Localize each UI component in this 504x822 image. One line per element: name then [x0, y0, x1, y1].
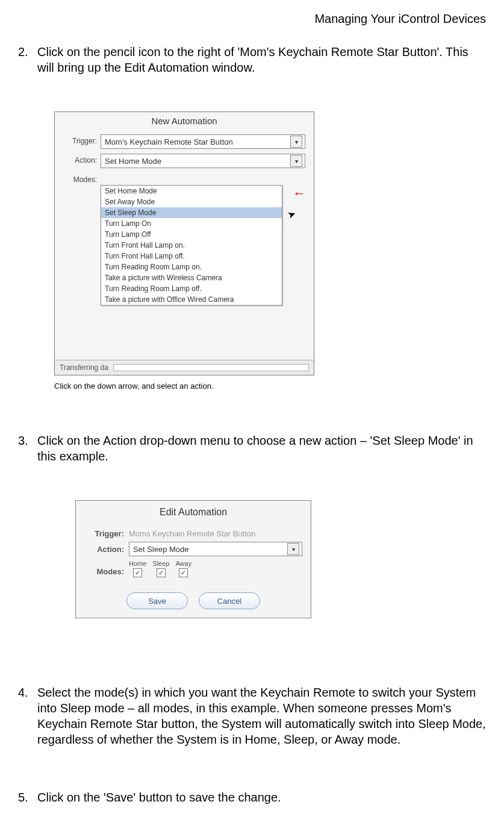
button-row: Save Cancel — [76, 592, 311, 609]
edit-automation-title: Edit Automation — [76, 501, 311, 527]
step-4: 4. Select the mode(s) in which you want … — [18, 685, 486, 747]
edit-trigger-label: Trigger: — [84, 529, 129, 538]
action-option[interactable]: Turn Reading Room Lamp off. — [101, 283, 282, 294]
modes-row: Modes: — [55, 173, 314, 184]
trigger-label: Trigger: — [63, 134, 101, 145]
action-option[interactable]: Turn Front Hall Lamp off. — [101, 251, 282, 262]
transfer-text: Transferring da — [60, 363, 108, 372]
page-header: Managing Your iControl Devices — [18, 12, 486, 26]
edit-modes-row: Modes: Home✓Sleep✓Away✓ — [76, 558, 311, 579]
action-row: Action: Set Home Mode ▾ — [55, 154, 314, 168]
trigger-row: Trigger: Mom's Keychain Remote Star Butt… — [55, 134, 314, 149]
step-2: 2. Click on the pencil icon to the right… — [18, 44, 486, 75]
step-5-text: Click on the 'Save' button to save the c… — [37, 789, 486, 805]
figure-new-automation: New Automation Trigger: Mom's Keychain R… — [54, 111, 486, 375]
step-5: 5. Click on the 'Save' button to save th… — [18, 789, 486, 805]
action-value: Set Home Mode — [105, 157, 161, 166]
step-3-number: 3. — [18, 433, 37, 464]
action-option[interactable]: Set Home Mode — [101, 186, 282, 196]
action-label: Action: — [63, 154, 101, 165]
trigger-dropdown[interactable]: Mom's Keychain Remote Star Button ▾ — [101, 134, 305, 149]
action-option[interactable]: Take a picture with Office Wired Camera — [101, 294, 282, 305]
mode-checkbox[interactable]: ✓ — [133, 568, 142, 577]
chevron-down-icon[interactable]: ▾ — [290, 136, 302, 148]
action-option[interactable]: Turn Front Hall Lamp on. — [101, 240, 282, 251]
new-automation-title: New Automation — [55, 112, 314, 132]
chevron-down-icon[interactable]: ▾ — [290, 155, 302, 167]
mode-label: Home — [129, 560, 146, 567]
step-3-text: Click on the Action drop-down menu to ch… — [37, 433, 486, 464]
callout-arrow-icon: ← — [293, 186, 306, 201]
figure-1-caption: Click on the down arrow, and select an a… — [54, 381, 486, 391]
modes-group: Home✓Sleep✓Away✓ — [129, 560, 191, 577]
edit-modes-label: Modes: — [84, 560, 129, 576]
edit-action-label: Action: — [84, 545, 129, 554]
action-dropdown-list[interactable]: ➤ Set Home ModeSet Away ModeSet Sleep Mo… — [101, 185, 282, 306]
step-4-number: 4. — [18, 685, 37, 747]
step-2-number: 2. — [18, 44, 37, 75]
edit-action-value: Set Sleep Mode — [133, 545, 189, 554]
mode-label: Sleep — [152, 560, 169, 567]
save-button[interactable]: Save — [126, 592, 188, 609]
mode-sleep: Sleep✓ — [152, 560, 169, 577]
mode-checkbox[interactable]: ✓ — [157, 568, 166, 577]
step-5-number: 5. — [18, 789, 37, 805]
step-2-text: Click on the pencil icon to the right of… — [37, 44, 486, 75]
modes-label: Modes: — [63, 173, 101, 184]
edit-trigger-value: Moms Keychain Remote Star Button — [129, 529, 255, 538]
action-option[interactable]: Turn Reading Room Lamp on. — [101, 262, 282, 272]
edit-action-row: Action: Set Sleep Mode ▾ — [76, 540, 311, 558]
cancel-button[interactable]: Cancel — [199, 592, 260, 609]
status-bar: Transferring da — [55, 360, 314, 375]
step-3: 3. Click on the Action drop-down menu to… — [18, 433, 486, 464]
cursor-icon: ➤ — [286, 207, 297, 221]
edit-trigger-row: Trigger: Moms Keychain Remote Star Butto… — [76, 527, 311, 540]
edit-automation-panel: Edit Automation Trigger: Moms Keychain R… — [75, 500, 311, 618]
action-option[interactable]: Turn Lamp Off — [101, 229, 282, 240]
chevron-down-icon[interactable]: ▾ — [287, 543, 299, 555]
mode-checkbox[interactable]: ✓ — [179, 568, 188, 577]
mode-label: Away — [175, 560, 191, 567]
mode-away: Away✓ — [175, 560, 191, 577]
new-automation-panel: New Automation Trigger: Mom's Keychain R… — [54, 111, 314, 375]
action-dropdown[interactable]: Set Home Mode ▾ — [101, 154, 305, 168]
edit-action-dropdown[interactable]: Set Sleep Mode ▾ — [129, 542, 302, 556]
action-option[interactable]: Turn Lamp On — [101, 218, 282, 229]
action-option[interactable]: Set Sleep Mode — [101, 207, 282, 218]
mode-home: Home✓ — [129, 560, 146, 577]
action-option[interactable]: Set Away Mode — [101, 196, 282, 207]
trigger-value: Mom's Keychain Remote Star Button — [105, 137, 233, 146]
step-4-text: Select the mode(s) in which you want the… — [37, 685, 486, 747]
progress-track — [113, 364, 309, 371]
action-option[interactable]: Take a picture with Wireless Camera — [101, 272, 282, 283]
